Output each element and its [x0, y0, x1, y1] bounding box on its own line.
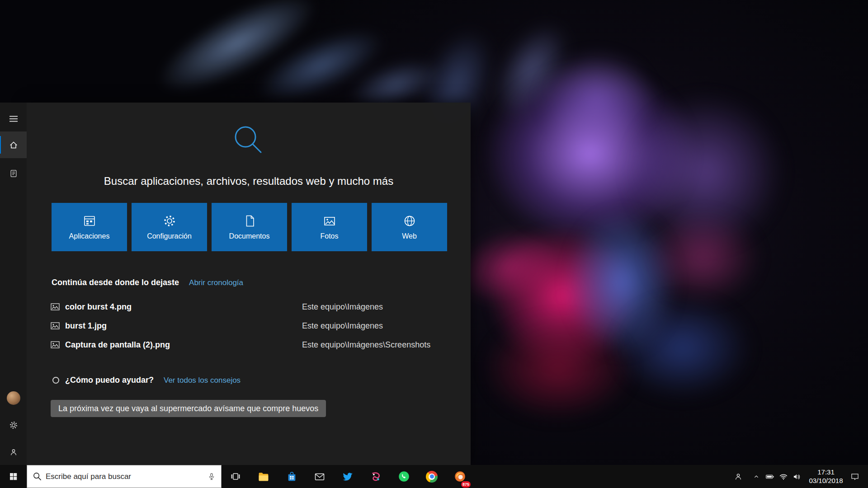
file-name: Captura de pantalla (2).png: [65, 340, 297, 350]
show-hidden-icons-button[interactable]: [750, 465, 763, 488]
taskbar-apps: 875: [222, 465, 474, 488]
battery-tray-button[interactable]: [763, 465, 777, 488]
browser-orange-icon: [454, 470, 466, 483]
notification-badge: 875: [461, 481, 471, 488]
search-sidebar: [0, 103, 27, 465]
see-all-tips-link[interactable]: Ver todos los consejos: [164, 376, 241, 385]
wallpaper-blue-cloud: [615, 298, 750, 398]
speaker-icon: [793, 472, 802, 481]
image-file-icon: [51, 341, 60, 349]
tile-label: Fotos: [320, 232, 338, 240]
system-tray: 17:31 03/10/2018: [731, 465, 868, 488]
battery-icon: [765, 472, 774, 481]
search-glyph-icon: [229, 121, 268, 160]
image-file-icon: [51, 303, 60, 311]
sidebar-settings-button[interactable]: [0, 414, 27, 436]
cortana-suggestion-chip[interactable]: La próxima vez que vaya al supermercado …: [51, 400, 326, 417]
mail-icon: [314, 471, 326, 482]
cortana-help-header: ¿Cómo puedo ayudar? Ver todos los consej…: [52, 375, 241, 385]
tile-web[interactable]: Web: [372, 203, 447, 251]
open-timeline-link[interactable]: Abrir cronología: [189, 278, 243, 287]
help-title: ¿Cómo puedo ayudar?: [65, 375, 154, 385]
recent-files-list: color burst 4.png Este equipo\Imágenes b…: [51, 297, 446, 354]
tile-aplicaciones[interactable]: Aplicaciones: [52, 203, 127, 251]
microsoft-store-button[interactable]: [278, 465, 306, 488]
taskbar: 875: [0, 465, 868, 488]
gear-icon: [163, 214, 176, 228]
people-tray-button[interactable]: [731, 465, 745, 488]
network-tray-button[interactable]: [777, 465, 790, 488]
globe-icon: [403, 214, 416, 228]
file-location: Este equipo\Imágenes: [302, 302, 446, 312]
microsoft-store-icon: [286, 471, 297, 482]
people-icon: [734, 472, 743, 481]
action-center-icon: [850, 472, 859, 481]
gear-icon: [9, 421, 18, 430]
recent-file-row[interactable]: color burst 4.png Este equipo\Imágenes: [51, 297, 446, 316]
volume-tray-button[interactable]: [790, 465, 804, 488]
file-explorer-button[interactable]: [250, 465, 278, 488]
taskbar-search-input[interactable]: [46, 465, 202, 488]
tile-fotos[interactable]: Fotos: [292, 203, 367, 251]
tile-label: Documentos: [229, 232, 270, 240]
file-name: color burst 4.png: [65, 302, 297, 312]
document-icon: [243, 214, 256, 228]
search-icon: [27, 472, 46, 481]
tile-label: Web: [402, 232, 417, 240]
search-panel-heading: Buscar aplicaciones, archivos, resultado…: [27, 175, 471, 188]
taskbar-search-box[interactable]: [27, 465, 222, 488]
twitter-icon: [342, 471, 354, 483]
action-center-button[interactable]: [848, 465, 862, 488]
file-explorer-icon: [258, 471, 270, 482]
windows-logo-icon: [9, 472, 18, 481]
twitter-app-button[interactable]: [334, 465, 362, 488]
paint-3d-icon: [370, 471, 382, 483]
cortana-ring-icon: [52, 377, 59, 384]
file-name: burst 1.jpg: [65, 321, 297, 331]
sidebar-feedback-button[interactable]: [0, 441, 27, 463]
continue-section-header: Continúa desde donde lo dejaste Abrir cr…: [52, 278, 243, 287]
clock-time: 17:31: [807, 468, 845, 477]
tile-label: Aplicaciones: [69, 232, 110, 240]
tile-label: Configuración: [147, 232, 192, 240]
task-view-icon: [230, 471, 241, 482]
sidebar-item-notebook[interactable]: [0, 160, 27, 187]
mail-app-button[interactable]: [306, 465, 334, 488]
browser-orange-app-button[interactable]: 875: [446, 465, 474, 488]
microphone-icon[interactable]: [202, 472, 221, 481]
wifi-icon: [779, 472, 788, 481]
wallpaper-pink-cloud: [646, 212, 760, 303]
continue-title: Continúa desde donde lo dejaste: [52, 278, 179, 287]
chevron-up-icon: [753, 473, 760, 480]
sidebar-item-home[interactable]: [0, 131, 27, 158]
image-file-icon: [51, 322, 60, 330]
task-view-button[interactable]: [222, 465, 250, 488]
tile-configuracion[interactable]: Configuración: [132, 203, 207, 251]
start-button[interactable]: [0, 465, 27, 488]
file-location: Este equipo\Imágenes\Screenshots: [302, 340, 446, 350]
search-filter-tiles: Aplicaciones Configuración Documentos Fo…: [52, 203, 447, 251]
search-flyout-panel: Buscar aplicaciones, archivos, resultado…: [27, 103, 471, 465]
notebook-icon: [9, 169, 18, 178]
whatsapp-icon: [398, 470, 410, 483]
hamburger-icon: [9, 116, 18, 122]
hamburger-menu-button[interactable]: [0, 108, 27, 130]
chrome-icon: [426, 471, 438, 483]
recent-file-row[interactable]: Captura de pantalla (2).png Este equipo\…: [51, 335, 446, 354]
photos-icon: [323, 214, 336, 228]
taskbar-clock[interactable]: 17:31 03/10/2018: [807, 468, 845, 485]
home-icon: [9, 140, 19, 150]
chrome-app-button[interactable]: [418, 465, 446, 488]
sidebar-user-avatar[interactable]: [0, 387, 27, 409]
paint-3d-app-button[interactable]: [362, 465, 390, 488]
tile-documentos[interactable]: Documentos: [212, 203, 287, 251]
apps-icon: [83, 214, 96, 228]
person-icon: [9, 448, 18, 457]
whatsapp-app-button[interactable]: [390, 465, 418, 488]
wallpaper-darkred-cloud: [484, 316, 633, 420]
avatar: [7, 391, 20, 405]
file-location: Este equipo\Imágenes: [302, 321, 446, 331]
recent-file-row[interactable]: burst 1.jpg Este equipo\Imágenes: [51, 316, 446, 335]
clock-date: 03/10/2018: [807, 477, 845, 485]
